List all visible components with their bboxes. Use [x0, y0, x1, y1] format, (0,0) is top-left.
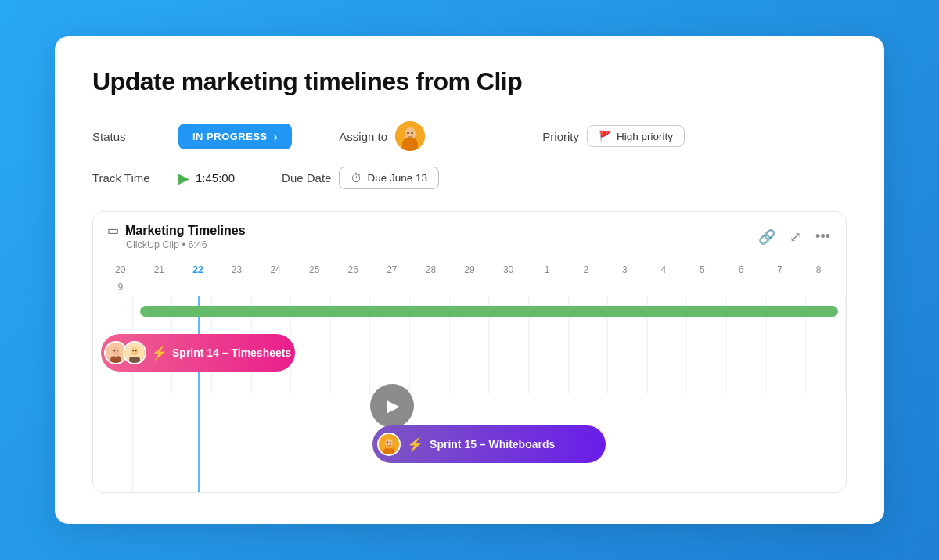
date-28: 28	[412, 261, 451, 278]
priority-badge[interactable]: 🚩 High priority	[587, 125, 685, 147]
assign-label: Assign to	[339, 130, 387, 143]
gantt-chart: 20 21 22 23 24 25 26 27 28 29 30 1 2 3 4…	[93, 261, 846, 492]
flag-icon: 🚩	[599, 130, 612, 142]
date-2: 2	[567, 261, 606, 278]
more-button[interactable]: •••	[814, 227, 832, 246]
date-23: 23	[218, 261, 257, 278]
priority-value: High priority	[617, 131, 673, 142]
play-button[interactable]: ▶	[370, 384, 414, 428]
expand-button[interactable]: ⤢	[788, 227, 803, 247]
svg-rect-10	[110, 357, 121, 363]
date-21: 21	[140, 261, 179, 278]
timeline-card: ▭ Marketing Timelines ClickUp Clip • 6:4…	[92, 211, 847, 493]
gantt-body: ⚡ Sprint 14 – Timesheets ▶	[93, 296, 846, 492]
date-5: 5	[683, 261, 722, 278]
date-6: 6	[721, 261, 761, 278]
date-29: 29	[450, 261, 489, 278]
timeline-sub: ClickUp Clip • 6:46	[126, 239, 246, 250]
date-24: 24	[256, 261, 295, 278]
svg-point-18	[387, 442, 388, 443]
meta-row-2: Track Time ▶ 1:45:00 Due Date ⏱ Due June…	[92, 167, 847, 189]
assign-section: Assign to	[339, 121, 495, 151]
date-9: 9	[101, 278, 140, 296]
due-value: Due June 13	[367, 172, 427, 184]
date-30: 30	[489, 261, 528, 278]
meta-row-1: Status IN PROGRESS › Assign to	[92, 121, 847, 151]
svg-point-2	[407, 132, 408, 134]
svg-point-7	[112, 347, 120, 355]
svg-point-14	[135, 350, 137, 352]
page-title: Update marketing timelines from Clip	[92, 67, 847, 96]
date-26: 26	[333, 261, 372, 278]
timeline-title-area: ▭ Marketing Timelines ClickUp Clip • 6:4…	[107, 223, 246, 250]
priority-label: Priority	[542, 130, 579, 143]
sprint15-avatar	[377, 433, 401, 456]
svg-point-3	[411, 132, 412, 134]
svg-point-13	[132, 350, 134, 352]
sprint14-avatars	[104, 341, 146, 364]
track-time: 1:45:00	[196, 171, 235, 185]
svg-rect-5	[402, 141, 418, 151]
assignee-avatar[interactable]	[395, 121, 425, 151]
date-1: 1	[527, 261, 567, 278]
sprint15-label: Sprint 15 – Whiteboards	[430, 438, 555, 451]
date-25: 25	[295, 261, 334, 278]
main-card: Update marketing timelines from Clip Sta…	[55, 36, 884, 524]
date-20: 20	[101, 261, 140, 278]
status-button[interactable]: IN PROGRESS ›	[178, 124, 292, 149]
gantt-dates: 20 21 22 23 24 25 26 27 28 29 30 1 2 3 4…	[93, 261, 846, 296]
svg-rect-20	[383, 448, 394, 454]
date-8: 8	[799, 261, 838, 278]
clock-icon: ⏱	[351, 171, 362, 185]
sprint14-label: Sprint 14 – Timesheets	[172, 346, 291, 359]
timeline-title: Marketing Timelines	[125, 224, 246, 238]
track-label: Track Time	[92, 171, 178, 185]
today-line	[198, 296, 200, 492]
status-label: Status	[92, 130, 178, 143]
timeline-header: ▭ Marketing Timelines ClickUp Clip • 6:4…	[93, 212, 846, 253]
date-7: 7	[761, 261, 800, 278]
sprint15-bolt-icon: ⚡	[407, 436, 423, 453]
status-value: IN PROGRESS	[192, 131, 268, 142]
sprint15-bar[interactable]: ⚡ Sprint 15 – Whiteboards	[372, 425, 605, 463]
svg-point-8	[113, 350, 115, 352]
due-section: Due Date ⏱ Due June 13	[282, 167, 439, 189]
play-icon: ▶	[387, 396, 400, 416]
priority-section: Priority 🚩 High priority	[542, 125, 685, 147]
sprint14-bolt-icon: ⚡	[151, 345, 167, 361]
svg-rect-15	[129, 357, 140, 363]
clip-icon: ▭	[107, 223, 119, 238]
green-progress-bar	[140, 306, 838, 317]
timeline-actions: 🔗 ⤢ •••	[757, 227, 832, 247]
timeline-title-row: ▭ Marketing Timelines	[107, 223, 246, 238]
date-22: 22	[178, 261, 218, 278]
date-3: 3	[606, 261, 645, 278]
due-badge[interactable]: ⏱ Due June 13	[339, 167, 439, 189]
sprint14-avatar-2	[123, 341, 146, 364]
status-arrow: ›	[274, 130, 279, 143]
date-4: 4	[644, 261, 683, 278]
link-button[interactable]: 🔗	[757, 227, 777, 247]
date-27: 27	[372, 261, 412, 278]
due-label: Due Date	[282, 171, 331, 185]
play-track-icon: ▶	[178, 170, 189, 187]
sprint14-bar[interactable]: ⚡ Sprint 14 – Timesheets	[101, 334, 295, 372]
svg-point-19	[390, 442, 391, 443]
svg-point-9	[117, 350, 118, 352]
